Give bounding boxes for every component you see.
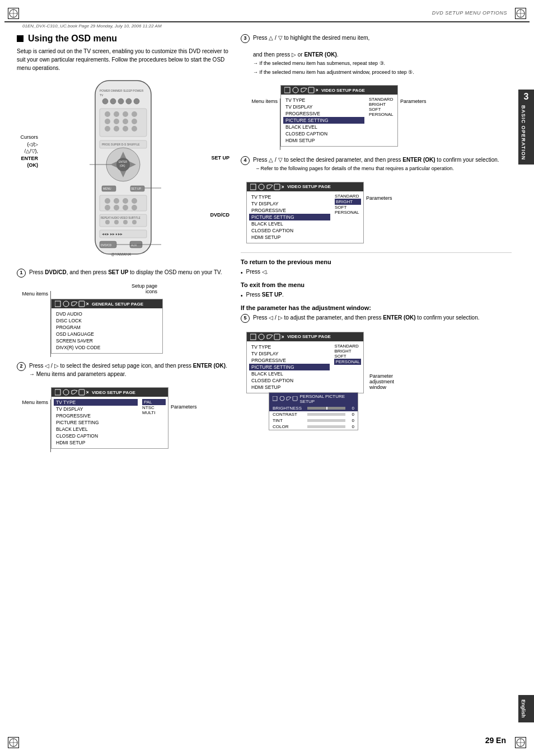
step-2-num: 2 — [17, 362, 26, 371]
parameters-label-2: Parameters — [398, 82, 427, 104]
step-2: 2 Press ◁ / ▷ to select the desired setu… — [17, 361, 229, 378]
svg-rect-92 — [273, 396, 277, 401]
adj-hdmi: HDMI SETUP — [251, 384, 327, 391]
svg-text:◀◀  ▶  ▶▶  ■  ▶▶: ◀◀ ▶ ▶▶ ■ ▶▶ — [102, 232, 123, 236]
svg-rect-82 — [308, 87, 314, 93]
vs1-closed-caption: CLOSED CAPTION — [56, 433, 135, 439]
video-setup-items-1: TV TYPE TV DISPLAY PROGRESSIVE PICTURE S… — [51, 397, 140, 448]
vs2-progressive: PROGRESSIVE — [285, 110, 362, 117]
section-intro: Setup is carried out on the TV screen, e… — [17, 47, 229, 72]
svg-point-81 — [293, 87, 298, 93]
vs2-param-soft: SOFT — [369, 107, 395, 112]
svg-point-30 — [114, 126, 119, 132]
svg-point-51 — [132, 198, 137, 204]
adj-window-area: ✕ VIDEO SETUP PAGE TV TYPE TV DISPLAY PR… — [246, 328, 512, 430]
vs3-picture: PICTURE SETTING — [249, 214, 330, 220]
english-tab-label: English — [521, 699, 526, 718]
vs1-picture: PICTURE SETTING — [56, 419, 135, 426]
header-bar: DVD SETUP MENU OPTIONS — [4, 4, 530, 21]
svg-point-27 — [123, 119, 128, 124]
svg-rect-86 — [274, 184, 280, 190]
general-setup-items: DVD AUDIO DISC LOCK PROGRAM OSD LANGUAGE… — [51, 308, 162, 353]
svg-point-24 — [132, 111, 137, 117]
vs2-closed-caption: CLOSED CAPTION — [285, 130, 362, 137]
general-setup-box: ✕ GENERAL SETUP PAGE DVD AUDIO DISC LOCK… — [51, 299, 163, 354]
tint-label: TINT — [273, 418, 305, 423]
svg-point-85 — [259, 184, 264, 190]
svg-text:✕: ✕ — [86, 390, 88, 395]
svg-point-93 — [280, 396, 284, 401]
exit-bullet: • Press SET UP. — [241, 290, 512, 300]
vs3-hdmi: HDMI SETUP — [251, 234, 328, 241]
svg-point-22 — [114, 111, 119, 117]
section-title: Using the OSD menu — [17, 34, 229, 44]
vs1-param-ntsc: NTSC — [142, 405, 166, 410]
svg-text:✕: ✕ — [281, 185, 284, 190]
svg-text:@YAMAHA: @YAMAHA — [111, 252, 132, 256]
color-val: 0 — [348, 424, 354, 429]
svg-text:TV: TV — [100, 93, 104, 97]
vs1-tv-display: TV DISPLAY — [56, 406, 135, 412]
tint-bar — [307, 419, 345, 422]
video-setup-title-1: ✕ VIDEO SETUP PAGE — [51, 388, 168, 397]
video-setup-box-1: ✕ VIDEO SETUP PAGE TV TYPE TV DISPLAY PR… — [51, 387, 168, 449]
vs2-tv-type: TV TYPE — [285, 97, 362, 104]
vs3-param-standard: STANDARD — [335, 194, 361, 199]
svg-point-16 — [110, 98, 116, 104]
svg-text:MENU: MENU — [103, 187, 111, 190]
video-setup-area-1: Menu items ✕ VIDEO SETUP PAGE TV TYPE TV… — [17, 384, 229, 452]
svg-text:✕: ✕ — [281, 335, 284, 340]
svg-text:SET UP: SET UP — [131, 187, 142, 190]
svg-text:PROG  SUPER  D-S  SHUFFLE: PROG SUPER D-S SHUFFLE — [102, 143, 140, 146]
svg-rect-94 — [293, 396, 297, 401]
contrast-val: 0 — [348, 412, 354, 417]
parameters-label-3: Parameters — [364, 179, 392, 201]
svg-text:✕: ✕ — [315, 88, 318, 93]
color-bar — [307, 425, 345, 428]
svg-point-15 — [102, 98, 108, 104]
setup-label: SET UP — [211, 155, 229, 161]
svg-point-25 — [105, 119, 110, 124]
menu-item-program: PROGRAM — [56, 324, 158, 331]
svg-point-28 — [132, 119, 137, 124]
svg-text:ENTER: ENTER — [119, 161, 128, 163]
vs1-hdmi: HDMI SETUP — [56, 439, 135, 446]
vs3-param-personal: PERSONAL — [335, 210, 361, 215]
svg-rect-78 — [79, 389, 85, 395]
svg-rect-74 — [79, 301, 85, 307]
step-5-text: Press ◁ / ▷ to adjust the parameter, and… — [253, 313, 480, 323]
return-text: Press ◁. — [246, 267, 268, 276]
vs3-progressive: PROGRESSIVE — [251, 207, 328, 214]
svg-point-53 — [114, 205, 119, 210]
vs2-param-standard: STANDARD — [369, 97, 395, 102]
page-number: 29 En — [485, 736, 506, 745]
brightness-label: BRIGHTNESS — [273, 406, 305, 411]
menu-items-label-3: Menu items — [246, 82, 280, 104]
svg-point-26 — [114, 119, 119, 124]
video-setup-items-2: TV TYPE TV DISPLAY PROGRESSIVE PICTURE S… — [281, 95, 367, 146]
vs2-params: STANDARD BRIGHT SOFT PERSONAL — [367, 95, 397, 146]
svg-rect-72 — [55, 301, 60, 307]
adj-progressive: PROGRESSIVE — [251, 357, 327, 364]
vs3-tv-type: TV TYPE — [251, 194, 328, 200]
menu-items-label-1: Menu items — [17, 283, 50, 297]
side-tab-label: BASIC OPERATION — [521, 105, 526, 160]
svg-rect-80 — [284, 87, 290, 93]
param-adj-label: Parameteradjustmentwindow — [369, 328, 403, 390]
vs3-black-level: BLACK LEVEL — [251, 220, 328, 227]
side-tab-text: BASIC OPERATION — [518, 101, 534, 165]
adj-video-box: ✕ VIDEO SETUP PAGE TV TYPE TV DISPLAY PR… — [246, 332, 364, 393]
vs2-param-bright: BRIGHT — [369, 102, 395, 107]
vs1-progressive: PROGRESSIVE — [56, 412, 135, 419]
step-1-text: Press DVD/CD, and then press SET UP to d… — [29, 268, 222, 278]
header-line — [4, 21, 530, 22]
svg-text:AUX: AUX — [131, 243, 137, 247]
menu-item-divx: DIVX(R) VOD CODE — [56, 344, 158, 351]
personal-setup-title: ✕ PERSONAL PICTURE SETUP — [269, 393, 358, 405]
svg-text:(OK): (OK) — [120, 165, 125, 167]
vs3-param-soft: SOFT — [335, 205, 361, 210]
video-setup-content-3: TV TYPE TV DISPLAY PROGRESSIVE PICTURE S… — [247, 191, 363, 243]
step-5: 5 Press ◁ / ▷ to adjust the parameter, a… — [241, 313, 512, 323]
dvdcd-label: DVD/CD — [210, 212, 229, 218]
bullet-dot-1: • — [241, 269, 243, 277]
